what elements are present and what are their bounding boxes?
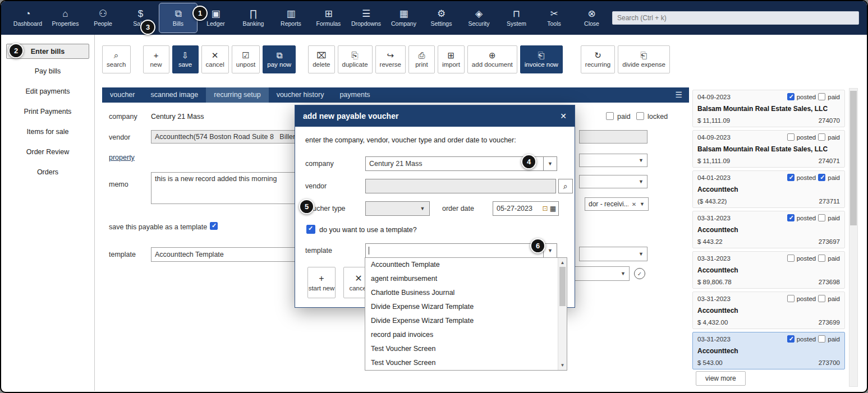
delete-button[interactable]: ⌧delete — [308, 45, 334, 73]
modal-order-date-input[interactable]: 05-27-2023 ⊡▦ — [493, 201, 559, 216]
sidebar-item-orders[interactable]: Orders — [1, 165, 94, 180]
tab-voucher[interactable]: voucher — [102, 87, 143, 103]
paid-checkbox[interactable] — [818, 255, 825, 262]
confirm-circle-icon[interactable]: ✓ — [634, 268, 645, 279]
pay-now-button[interactable]: ⧉pay now — [263, 45, 296, 73]
paid-checkbox[interactable] — [818, 335, 825, 343]
save-as-template-checkbox[interactable] — [210, 222, 218, 230]
divide-expense-button[interactable]: ⎗divide expense — [618, 45, 670, 73]
side-dropdown-2[interactable]: ▼ — [579, 175, 647, 188]
calendar-icon[interactable]: ▦ — [550, 205, 556, 212]
locked-checkbox[interactable] — [636, 112, 644, 120]
voucher-list-item[interactable]: 04-09-2023 posted paid Balsam Mountain R… — [692, 90, 845, 127]
global-search-input[interactable] — [612, 11, 859, 25]
view-more-button[interactable]: view more — [696, 371, 746, 386]
posted-checkbox[interactable] — [787, 335, 794, 343]
tab-voucher-history[interactable]: voucher history — [269, 87, 332, 103]
add-document-button[interactable]: ⊕add document — [467, 45, 517, 73]
side-dropdown-3[interactable]: ▼ — [579, 247, 647, 261]
nav-item-reports[interactable]: ▥Reports — [272, 3, 310, 33]
nav-item-properties[interactable]: ⌂Properties — [47, 3, 84, 33]
paid-checkbox[interactable] — [818, 295, 825, 302]
scrollbar-thumb[interactable] — [559, 267, 566, 306]
modal-vendor-input[interactable] — [365, 179, 556, 193]
new-button[interactable]: +new — [143, 45, 169, 73]
posted-checkbox[interactable] — [787, 255, 794, 262]
dropdown-scrollbar[interactable]: ▲ ▼ — [558, 258, 567, 370]
voucher-list-item[interactable]: 03-31-2023 posted paid Accounttech $ 89,… — [692, 251, 845, 289]
template-input[interactable] — [151, 247, 315, 262]
vertical-scrollbar[interactable] — [849, 88, 858, 387]
unpost-button[interactable]: ☑unpost — [232, 45, 260, 73]
sidebar-item-order-review[interactable]: Order Review — [1, 145, 94, 160]
sidebar-item-print-payments[interactable]: Print Payments — [1, 104, 94, 119]
property-link[interactable]: property — [109, 154, 135, 161]
chevron-down-icon[interactable]: ▼ — [640, 201, 645, 207]
voucher-list-item[interactable]: 03-31-2023 posted paid Accounttech $ 4,4… — [692, 292, 845, 329]
nav-item-people[interactable]: ⚇People — [84, 3, 122, 33]
start-new-button[interactable]: + start new — [307, 267, 336, 298]
nav-item-dashboard[interactable]: ◔Dashboard — [9, 3, 47, 33]
modal-voucher-type-dropdown[interactable]: ▼ — [365, 201, 430, 216]
chevron-down-icon[interactable]: ▼ — [543, 157, 557, 170]
vendor-input[interactable] — [151, 130, 308, 144]
dropdown-option[interactable]: agent reimbursement — [365, 272, 558, 286]
paid-checkbox[interactable] — [818, 93, 825, 100]
sidebar-item-pay-bills[interactable]: Pay bills — [1, 64, 94, 79]
tab-payments[interactable]: payments — [332, 87, 378, 103]
invoice-now-button[interactable]: ⎗invoice now — [520, 45, 563, 73]
clear-icon[interactable]: ✕ — [632, 201, 636, 207]
voucher-list-item[interactable]: 03-31-2023 posted paid Accounttech $ 443… — [692, 211, 845, 248]
nav-item-close[interactable]: ⊗Close — [573, 3, 610, 33]
nav-item-banking[interactable]: ∏Banking — [235, 3, 272, 33]
scrollbar-thumb[interactable] — [850, 91, 857, 225]
recurring-button[interactable]: ↻recurring — [581, 45, 615, 73]
tab-scanned-image[interactable]: scanned image — [143, 87, 206, 103]
cancel-button[interactable]: ✕cancel — [201, 45, 229, 73]
nav-item-bills[interactable]: ⧉Bills — [159, 3, 197, 33]
scroll-down-icon[interactable]: ▼ — [558, 363, 567, 368]
sidebar-item-items-for-sale[interactable]: Items for sale — [1, 124, 94, 140]
voucher-list-item[interactable]: 04-09-2023 posted paid Balsam Mountain R… — [692, 130, 845, 168]
use-template-checkbox[interactable] — [306, 225, 315, 234]
vendor-search-button[interactable]: ⌕ — [558, 179, 573, 193]
duplicate-button[interactable]: ⎘duplicate — [338, 45, 373, 73]
dropdown-option[interactable]: Test Voucher Screen — [365, 342, 558, 356]
paid-checkbox[interactable] — [818, 133, 825, 141]
paid-checkbox[interactable] — [818, 174, 825, 181]
sidebar-item-edit-payments[interactable]: Edit payments — [1, 84, 94, 99]
close-icon[interactable]: ✕ — [560, 112, 567, 121]
nav-item-formulas[interactable]: ⊞Formulas — [310, 3, 347, 33]
posted-checkbox[interactable] — [787, 174, 794, 181]
side-combo-receiving[interactable]: dor - receivi... ✕ ▼ — [585, 197, 649, 211]
note-icon[interactable]: ⊡ — [543, 205, 548, 212]
nav-item-dropdowns[interactable]: ☰Dropdowns — [347, 3, 385, 33]
modal-template-combobox[interactable]: ▼ — [365, 243, 557, 258]
voucher-list-item[interactable]: 03-31-2023 posted paid Accounttech $ 543… — [692, 332, 845, 369]
nav-item-security[interactable]: ◈Security — [460, 3, 498, 33]
dropdown-option[interactable]: Divide Expense Wizard Template — [365, 300, 558, 314]
posted-checkbox[interactable] — [787, 214, 794, 221]
search-button[interactable]: ⌕search — [102, 45, 131, 73]
posted-checkbox[interactable] — [787, 295, 794, 302]
nav-item-system[interactable]: ⊓System — [498, 3, 535, 33]
save-button[interactable]: ⇩save — [172, 45, 199, 73]
paid-checkbox[interactable] — [818, 214, 825, 221]
dropdown-option[interactable]: record paid invoices — [365, 328, 558, 342]
print-button[interactable]: ⎙print — [408, 45, 435, 73]
posted-checkbox[interactable] — [787, 133, 794, 141]
scroll-up-icon[interactable]: ▲ — [558, 260, 567, 265]
collapse-panel-icon[interactable]: ☰ — [668, 87, 689, 103]
nav-item-company[interactable]: ▦Company — [385, 3, 422, 33]
dropdown-option[interactable]: Charlotte Business Journal — [365, 286, 558, 300]
posted-checkbox[interactable] — [787, 93, 794, 100]
tab-recurring-setup[interactable]: recurring setup — [206, 87, 268, 103]
import-button[interactable]: ⊞import — [438, 45, 465, 73]
dropdown-option[interactable]: Test Voucher Screen — [365, 356, 558, 370]
nav-item-settings[interactable]: ⚙Settings — [422, 3, 460, 33]
dropdown-option[interactable]: Divide Expense Wizard Template — [365, 314, 558, 328]
side-dropdown-1[interactable]: ▼ — [579, 154, 647, 167]
side-field-1[interactable] — [579, 130, 647, 144]
paid-checkbox[interactable] — [606, 112, 614, 120]
nav-item-tools[interactable]: ✂Tools — [535, 3, 573, 33]
